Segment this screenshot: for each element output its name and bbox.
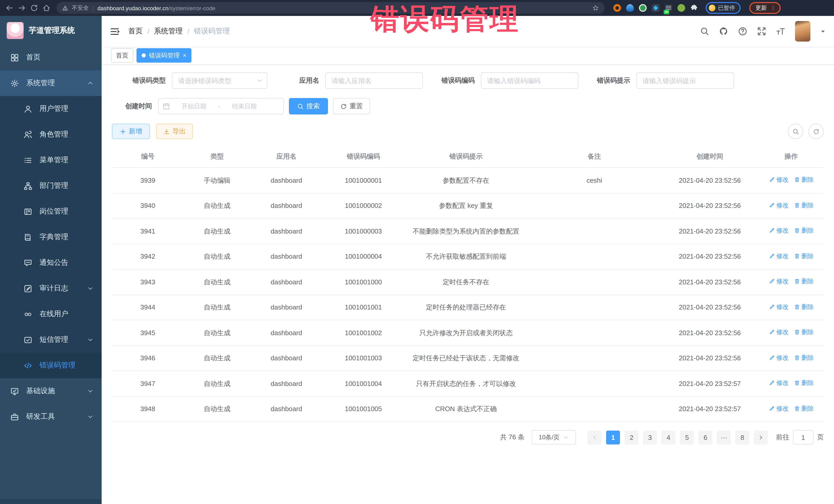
browser-home-icon[interactable] (42, 4, 51, 12)
delete-link[interactable]: 删除 (794, 302, 814, 311)
pagination-next-button[interactable] (754, 430, 768, 444)
add-button[interactable]: 新增 (112, 124, 150, 139)
breadcrumb-home[interactable]: 首页 (128, 27, 143, 36)
refresh-table-button[interactable] (808, 124, 824, 139)
tag-error-code[interactable]: 错误码管理 × (136, 48, 192, 63)
sidebar-collapse-bar[interactable] (0, 499, 102, 504)
pagination-more-button[interactable]: ··· (717, 430, 731, 444)
page-size-select[interactable]: 10条/页 (532, 430, 576, 444)
edit-link[interactable]: 修改 (769, 251, 789, 261)
browser-back-icon[interactable] (5, 4, 14, 12)
tag-home[interactable]: 首页 (111, 48, 133, 63)
font-size-icon[interactable] (776, 27, 785, 36)
browser-update-button[interactable]: 更新 (749, 2, 781, 14)
export-button[interactable]: 导出 (156, 124, 193, 139)
pagination-page-button[interactable]: 8 (736, 430, 749, 444)
hamburger-icon[interactable] (110, 26, 119, 36)
search-button[interactable]: 搜索 (289, 98, 328, 114)
cell-actions: 修改删除 (759, 218, 824, 244)
sidebar-item-首页[interactable]: 首页 (0, 45, 102, 70)
pagination-page-button[interactable]: 4 (662, 430, 675, 444)
sidebar: 芋道管理系统 首页系统管理用户管理角色管理菜单管理部门管理岗位管理字典管理通知公… (0, 16, 102, 504)
github-icon[interactable] (719, 27, 728, 36)
search-icon[interactable] (700, 27, 709, 36)
browser-forward-icon[interactable] (18, 4, 26, 12)
bookmark-star-icon[interactable] (592, 5, 599, 11)
fullscreen-icon[interactable] (757, 27, 766, 36)
paused-extension-pill[interactable]: 已暂停 (706, 2, 741, 14)
delete-link[interactable]: 删除 (794, 327, 814, 337)
delete-link[interactable]: 删除 (794, 200, 814, 210)
avatar-caret-down-icon[interactable] (820, 28, 826, 34)
delete-link[interactable]: 删除 (794, 353, 814, 362)
emoji-face-icon (709, 5, 716, 11)
delete-link[interactable]: 删除 (794, 277, 814, 286)
user-avatar[interactable] (795, 21, 810, 42)
sidebar-item-通知公告[interactable]: 通知公告 (0, 250, 102, 276)
extensions-puzzle-icon[interactable] (690, 4, 698, 12)
extension-green-icon[interactable] (639, 4, 647, 12)
extension-list-icon[interactable]: on (665, 4, 672, 12)
edit-link[interactable]: 修改 (769, 353, 789, 362)
pagination-page-button[interactable]: 6 (699, 430, 712, 444)
edit-link[interactable]: 修改 (769, 327, 789, 337)
sidebar-item-角色管理[interactable]: 角色管理 (0, 122, 102, 147)
help-icon[interactable] (738, 27, 747, 36)
app-logo: 芋道管理系统 (0, 16, 102, 45)
delete-link[interactable]: 删除 (794, 378, 814, 388)
pagination-page-button[interactable]: 1 (606, 430, 620, 444)
sidebar-item-系统管理[interactable]: 系统管理 (0, 70, 102, 96)
error-hint-input[interactable] (636, 72, 734, 89)
delete-link[interactable]: 删除 (794, 404, 814, 413)
sidebar-item-字典管理[interactable]: 字典管理 (0, 224, 102, 250)
edit-link[interactable]: 修改 (769, 404, 789, 413)
cell-id: 3943 (112, 269, 184, 294)
sidebar-item-在线用户[interactable]: 在线用户 (0, 301, 102, 327)
pagination-prev-button[interactable] (588, 430, 601, 444)
date-range-picker[interactable]: - (158, 98, 284, 114)
table-tools (788, 124, 824, 139)
start-date-input[interactable] (172, 102, 216, 110)
user-icon (24, 105, 32, 113)
browser-menu-dots-icon[interactable] (770, 5, 776, 11)
delete-link[interactable]: 删除 (794, 251, 814, 261)
reset-button[interactable]: 重置 (333, 98, 370, 114)
end-date-input[interactable] (222, 102, 266, 110)
extension-grid-icon[interactable] (652, 4, 659, 12)
edit-link[interactable]: 修改 (769, 378, 789, 388)
error-code-table: 编号 类型 应用名 错误码编码 错误码提示 备注 创建时间 操作 3939手动编… (112, 146, 824, 422)
online-user-icon (24, 310, 32, 319)
extension-tool-icon[interactable] (678, 4, 685, 12)
sidebar-item-菜单管理[interactable]: 菜单管理 (0, 147, 102, 173)
sidebar-item-基础设施[interactable]: 基础设施 (0, 378, 102, 404)
app-name-input[interactable] (325, 72, 423, 89)
tag-close-icon[interactable]: × (183, 52, 186, 59)
goto-page-input[interactable] (793, 430, 813, 444)
edit-link[interactable]: 修改 (769, 302, 789, 311)
sidebar-item-岗位管理[interactable]: 岗位管理 (0, 199, 102, 224)
sidebar-item-部门管理[interactable]: 部门管理 (0, 173, 102, 199)
delete-link[interactable]: 删除 (794, 226, 814, 235)
edit-link[interactable]: 修改 (769, 175, 789, 184)
sidebar-item-审计日志[interactable]: 审计日志 (0, 276, 102, 301)
sidebar-item-用户管理[interactable]: 用户管理 (0, 96, 102, 122)
toggle-search-button[interactable] (788, 124, 803, 139)
sidebar-item-短信管理[interactable]: 短信管理 (0, 327, 102, 353)
browser-reload-icon[interactable] (30, 4, 39, 12)
edit-link[interactable]: 修改 (769, 200, 789, 210)
breadcrumb-system[interactable]: 系统管理 (154, 27, 183, 36)
sidebar-item-研发工具[interactable]: 研发工具 (0, 404, 102, 430)
error-code-input[interactable] (481, 72, 578, 89)
delete-link[interactable]: 删除 (794, 175, 814, 184)
pagination-total: 共 76 条 (500, 433, 525, 442)
edit-link[interactable]: 修改 (769, 226, 789, 235)
extension-orange-icon[interactable] (613, 4, 621, 12)
extension-blue-icon[interactable] (626, 4, 634, 12)
error-type-select[interactable] (172, 72, 267, 89)
sidebar-item-错误码管理[interactable]: 错误码管理 (0, 353, 102, 378)
pagination-page-button[interactable]: 3 (643, 430, 657, 444)
pagination-page-button[interactable]: 5 (680, 430, 694, 444)
address-bar[interactable]: 不安全 | dashboard.yudao.iocoder.cn/system/… (57, 2, 605, 14)
edit-link[interactable]: 修改 (769, 277, 789, 286)
pagination-page-button[interactable]: 2 (624, 430, 638, 444)
